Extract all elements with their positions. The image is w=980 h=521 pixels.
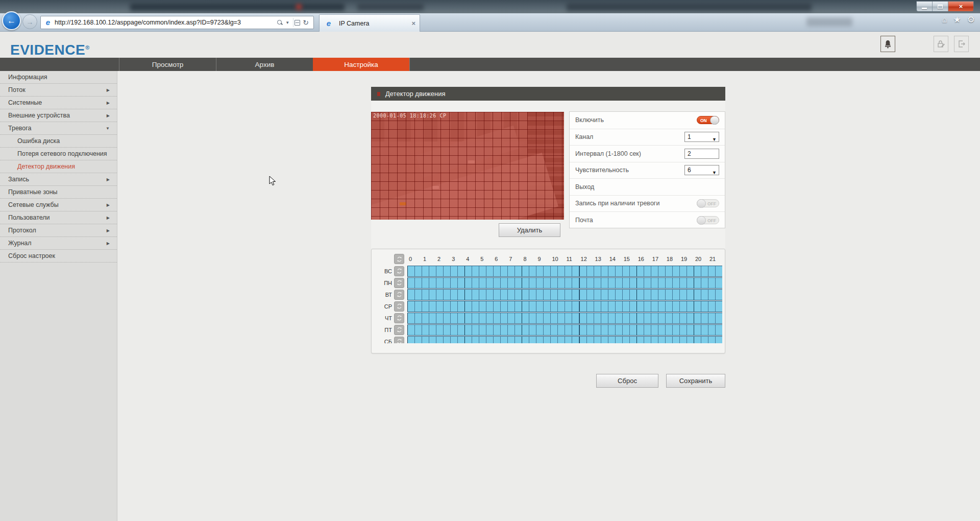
setting-label: Запись при наличии тревоги xyxy=(575,200,697,207)
address-bar[interactable]: e http://192.168.100.12/asppage/common/i… xyxy=(40,16,314,29)
logout-button[interactable] xyxy=(954,36,969,52)
enable-toggle[interactable]: ON xyxy=(697,116,719,124)
forward-button[interactable]: → xyxy=(22,14,37,29)
schedule-strip[interactable] xyxy=(407,266,722,277)
sidebar-item-privacy[interactable]: Приватные зоны xyxy=(0,186,117,199)
sync-icon xyxy=(396,326,403,333)
sidebar-item-users[interactable]: Пользователи▶ xyxy=(0,211,117,224)
schedule-hour-row: 0123456789101112131415161718192021 xyxy=(375,253,725,265)
change-password-button[interactable] xyxy=(934,36,948,52)
schedule-strip[interactable] xyxy=(407,336,722,344)
tab-view[interactable]: Просмотр xyxy=(119,58,216,71)
row-select-all-button[interactable] xyxy=(394,301,404,312)
hour-label: 5 xyxy=(479,256,493,262)
background-window-blur xyxy=(357,3,424,10)
tab-archive[interactable]: Архив xyxy=(216,58,313,71)
close-icon: × xyxy=(959,3,963,10)
hour-label: 8 xyxy=(522,256,536,262)
schedule-hours: 0123456789101112131415161718192021 xyxy=(407,256,722,262)
sidebar-item-label: Детектор движения xyxy=(17,163,75,170)
chevron-right-icon: ▶ xyxy=(107,224,110,237)
row-select-all-button[interactable] xyxy=(394,313,404,323)
row-select-all-button[interactable] xyxy=(394,278,404,288)
schedule-strip[interactable] xyxy=(407,289,722,300)
sensitivity-select[interactable]: 6▼ xyxy=(684,165,719,175)
sidebar-item-stream[interactable]: Поток▶ xyxy=(0,84,117,97)
sidebar-item-network-loss[interactable]: Потеря сетевого подключения xyxy=(0,148,117,160)
tab-title: IP Camera xyxy=(339,20,408,27)
sidebar-item-disk-error[interactable]: Ошибка диска xyxy=(0,135,117,148)
schedule-row-ЧТ: ЧТ xyxy=(375,312,725,324)
chevron-right-icon: ▶ xyxy=(107,109,110,122)
minimize-button[interactable] xyxy=(917,2,933,11)
sidebar-item-label: Сетевые службы xyxy=(8,201,59,208)
select-all-button[interactable] xyxy=(394,254,404,264)
video-timestamp: 2000-01-05 18:18:26 СР xyxy=(373,113,446,119)
selected-value: 1 xyxy=(688,133,691,140)
close-button[interactable]: × xyxy=(948,2,973,11)
sidebar-item-ext-devices[interactable]: Внешние устройства▶ xyxy=(0,109,117,122)
background-window-blur xyxy=(567,3,812,11)
camera-preview[interactable]: 2000-01-05 18:18:26 СР xyxy=(371,112,564,220)
back-button[interactable]: ← xyxy=(2,11,21,30)
schedule-strip[interactable] xyxy=(407,277,722,289)
sidebar-item-label: Сброс настроек xyxy=(8,252,55,259)
schedule-panel: 0123456789101112131415161718192021 ВСПНВ… xyxy=(371,249,725,353)
row-select-all-button[interactable] xyxy=(394,337,404,344)
hour-label: 6 xyxy=(493,256,507,262)
sidebar-item-info[interactable]: Информация xyxy=(0,71,117,84)
tab-settings[interactable]: Настройка xyxy=(313,58,410,71)
channel-select[interactable]: 1▼ xyxy=(684,132,719,142)
hour-label: 21 xyxy=(708,256,722,262)
sidebar-item-log[interactable]: Журнал▶ xyxy=(0,237,117,250)
schedule-strip[interactable] xyxy=(407,301,722,312)
chevron-right-icon: ▶ xyxy=(107,237,110,250)
sidebar-item-net-services[interactable]: Сетевые службы▶ xyxy=(0,199,117,211)
chevron-down-icon: ▼ xyxy=(106,122,110,135)
sidebar-item-alarm[interactable]: Тревога▼ xyxy=(0,122,117,135)
sidebar-item-protocol[interactable]: Протокол▶ xyxy=(0,224,117,237)
sidebar-item-system[interactable]: Системные▶ xyxy=(0,97,117,109)
interval-input[interactable]: 2 xyxy=(684,149,719,159)
sidebar-item-reset[interactable]: Сброс настроек xyxy=(0,250,117,263)
tools-icon[interactable]: ⚙ xyxy=(967,15,975,24)
motion-settings-box: Включить ON Канал 1▼ Интервал (1-1800 се… xyxy=(569,111,725,228)
day-label: ПН xyxy=(375,280,394,286)
mail-toggle[interactable]: OFF xyxy=(697,216,719,224)
hour-label: 7 xyxy=(507,256,522,262)
home-icon[interactable]: ⌂ xyxy=(942,15,947,24)
sync-icon xyxy=(396,279,403,286)
schedule-strip[interactable] xyxy=(407,313,722,324)
schedule-row-ПТ: ПТ xyxy=(375,324,725,336)
delete-button[interactable]: Удалить xyxy=(499,223,560,237)
schedule-strip[interactable] xyxy=(407,324,722,336)
row-select-all-button[interactable] xyxy=(394,290,404,300)
tab-close-icon[interactable]: × xyxy=(411,19,415,27)
schedule-row-ПН: ПН xyxy=(375,277,725,289)
alarm-bell-button[interactable] xyxy=(880,36,895,52)
setting-label: Включить xyxy=(575,116,697,124)
sync-icon xyxy=(396,303,403,310)
compatibility-view-icon[interactable] xyxy=(295,20,300,26)
row-select-all-button[interactable] xyxy=(394,325,404,335)
address-dropdown-icon[interactable]: ▼ xyxy=(283,20,292,25)
row-select-all-button[interactable] xyxy=(394,266,404,276)
setting-row-sensitivity: Чувствительность 6▼ xyxy=(570,162,725,179)
sidebar-item-motion[interactable]: Детектор движения xyxy=(0,160,117,173)
save-button[interactable]: Сохранить xyxy=(666,374,725,388)
maximize-button[interactable] xyxy=(933,2,948,11)
sidebar-item-label: Потеря сетевого подключения xyxy=(17,150,107,157)
url-text[interactable]: http://192.168.100.12/asppage/common/ind… xyxy=(55,19,277,26)
hour-label: 11 xyxy=(565,256,579,262)
search-icon[interactable] xyxy=(277,20,283,26)
record-toggle[interactable]: OFF xyxy=(697,199,719,207)
sidebar-item-label: Поток xyxy=(8,86,26,93)
reset-button[interactable]: Сброс xyxy=(596,374,658,388)
motion-zone-grid[interactable] xyxy=(371,112,564,220)
favorites-icon[interactable]: ★ xyxy=(953,15,961,24)
browser-tab[interactable]: e IP Camera × xyxy=(319,14,420,32)
refresh-icon[interactable]: ↻ xyxy=(300,18,311,27)
hour-label: 16 xyxy=(636,256,651,262)
hour-label: 2 xyxy=(436,256,450,262)
sidebar-item-record[interactable]: Запись▶ xyxy=(0,173,117,186)
